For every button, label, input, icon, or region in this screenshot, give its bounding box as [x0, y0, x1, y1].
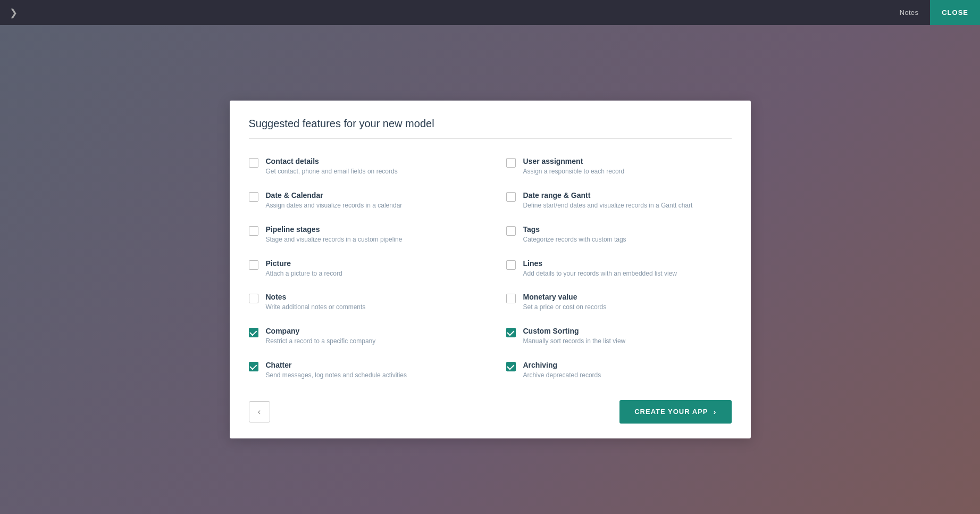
create-app-button[interactable]: CREATE YOUR APP ›: [619, 400, 731, 424]
feature-item-company: Company Restrict a record to a specific …: [249, 319, 490, 353]
feature-desc-custom-sorting: Manually sort records in the list view: [523, 337, 723, 346]
checkbox-tags[interactable]: [506, 226, 516, 236]
feature-name-date-calendar: Date & Calendar: [266, 191, 482, 200]
feature-text-tags: Tags Categorize records with custom tags: [523, 225, 723, 244]
top-bar: ❯ Notes CLOSE: [0, 0, 980, 25]
feature-desc-date-calendar: Assign dates and visualize records in a …: [266, 201, 482, 210]
checkbox-date-range-gantt[interactable]: [506, 192, 516, 202]
feature-text-custom-sorting: Custom Sorting Manually sort records in …: [523, 327, 723, 346]
checkbox-contact-details[interactable]: [249, 158, 258, 168]
checkbox-notes[interactable]: [249, 294, 258, 303]
feature-desc-company: Restrict a record to a specific company: [266, 337, 482, 346]
feature-text-archiving: Archiving Archive deprecated records: [523, 361, 723, 380]
modal-divider: [249, 138, 732, 139]
feature-name-date-range-gantt: Date range & Gantt: [523, 191, 723, 200]
create-app-label: CREATE YOUR APP: [634, 408, 708, 416]
feature-item-monetary-value: Monetary value Set a price or cost on re…: [490, 285, 732, 319]
checkbox-picture[interactable]: [249, 260, 258, 270]
checkbox-company[interactable]: [249, 328, 258, 337]
feature-text-monetary-value: Monetary value Set a price or cost on re…: [523, 293, 723, 312]
feature-text-date-calendar: Date & Calendar Assign dates and visuali…: [266, 191, 482, 210]
feature-name-notes: Notes: [266, 293, 482, 301]
top-bar-left: ❯: [0, 7, 18, 19]
checkbox-archiving[interactable]: [506, 362, 516, 371]
close-button[interactable]: CLOSE: [930, 0, 980, 25]
top-bar-right: Notes CLOSE: [888, 0, 980, 25]
feature-name-archiving: Archiving: [523, 361, 723, 369]
checkbox-lines[interactable]: [506, 260, 516, 270]
feature-desc-date-range-gantt: Define start/end dates and visualize rec…: [523, 201, 723, 210]
feature-text-contact-details: Contact details Get contact, phone and e…: [266, 157, 482, 176]
feature-item-chatter: Chatter Send messages, log notes and sch…: [249, 353, 490, 387]
modal-title: Suggested features for your new model: [249, 118, 732, 130]
feature-text-date-range-gantt: Date range & Gantt Define start/end date…: [523, 191, 723, 210]
modal-overlay: Suggested features for your new model Co…: [0, 25, 980, 514]
feature-name-chatter: Chatter: [266, 361, 482, 369]
feature-name-pipeline-stages: Pipeline stages: [266, 225, 482, 234]
feature-name-contact-details: Contact details: [266, 157, 482, 165]
feature-desc-archiving: Archive deprecated records: [523, 371, 723, 380]
feature-item-pipeline-stages: Pipeline stages Stage and visualize reco…: [249, 218, 490, 252]
feature-text-lines: Lines Add details to your records with a…: [523, 259, 723, 278]
feature-text-pipeline-stages: Pipeline stages Stage and visualize reco…: [266, 225, 482, 244]
feature-item-lines: Lines Add details to your records with a…: [490, 252, 732, 286]
feature-item-user-assignment: User assignment Assign a responsible to …: [490, 150, 732, 184]
feature-item-picture: Picture Attach a picture to a record: [249, 252, 490, 286]
feature-name-tags: Tags: [523, 225, 723, 234]
feature-text-chatter: Chatter Send messages, log notes and sch…: [266, 361, 482, 380]
feature-desc-monetary-value: Set a price or cost on records: [523, 303, 723, 312]
checkbox-date-calendar[interactable]: [249, 192, 258, 202]
feature-item-date-range-gantt: Date range & Gantt Define start/end date…: [490, 184, 732, 218]
feature-desc-lines: Add details to your records with an embe…: [523, 269, 723, 278]
checkbox-monetary-value[interactable]: [506, 294, 516, 303]
feature-desc-pipeline-stages: Stage and visualize records in a custom …: [266, 235, 482, 244]
checkbox-chatter[interactable]: [249, 362, 258, 371]
feature-name-lines: Lines: [523, 259, 723, 268]
feature-text-picture: Picture Attach a picture to a record: [266, 259, 482, 278]
feature-desc-notes: Write additional notes or comments: [266, 303, 482, 312]
back-button[interactable]: ‹: [249, 401, 270, 422]
feature-item-tags: Tags Categorize records with custom tags: [490, 218, 732, 252]
feature-name-custom-sorting: Custom Sorting: [523, 327, 723, 335]
feature-name-picture: Picture: [266, 259, 482, 268]
feature-item-archiving: Archiving Archive deprecated records: [490, 353, 732, 387]
checkbox-pipeline-stages[interactable]: [249, 226, 258, 236]
chevron-right-icon[interactable]: ❯: [10, 7, 18, 19]
feature-name-user-assignment: User assignment: [523, 157, 723, 165]
modal-footer: ‹ CREATE YOUR APP ›: [249, 400, 732, 424]
feature-item-custom-sorting: Custom Sorting Manually sort records in …: [490, 319, 732, 353]
notes-button[interactable]: Notes: [888, 0, 930, 25]
feature-item-notes: Notes Write additional notes or comments: [249, 285, 490, 319]
feature-desc-contact-details: Get contact, phone and email fields on r…: [266, 167, 482, 176]
features-grid: Contact details Get contact, phone and e…: [249, 150, 732, 387]
modal-dialog: Suggested features for your new model Co…: [230, 101, 751, 438]
feature-desc-chatter: Send messages, log notes and schedule ac…: [266, 371, 482, 380]
feature-name-monetary-value: Monetary value: [523, 293, 723, 301]
feature-item-date-calendar: Date & Calendar Assign dates and visuali…: [249, 184, 490, 218]
feature-text-notes: Notes Write additional notes or comments: [266, 293, 482, 312]
feature-name-company: Company: [266, 327, 482, 335]
feature-text-user-assignment: User assignment Assign a responsible to …: [523, 157, 723, 176]
feature-desc-tags: Categorize records with custom tags: [523, 235, 723, 244]
checkbox-custom-sorting[interactable]: [506, 328, 516, 337]
feature-text-company: Company Restrict a record to a specific …: [266, 327, 482, 346]
create-app-arrow-icon: ›: [714, 407, 717, 416]
back-arrow-icon: ‹: [258, 407, 261, 417]
feature-desc-picture: Attach a picture to a record: [266, 269, 482, 278]
feature-item-contact-details: Contact details Get contact, phone and e…: [249, 150, 490, 184]
checkbox-user-assignment[interactable]: [506, 158, 516, 168]
feature-desc-user-assignment: Assign a responsible to each record: [523, 167, 723, 176]
